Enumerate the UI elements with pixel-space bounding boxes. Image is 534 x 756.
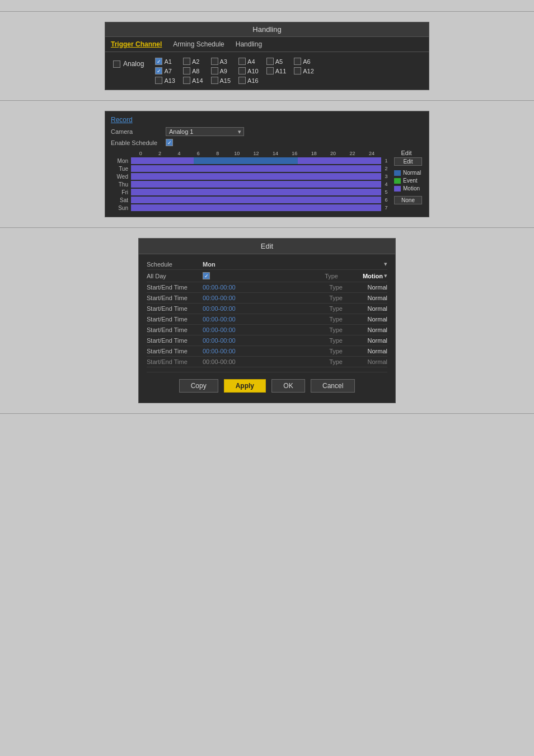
channel-a16-checkbox[interactable] xyxy=(238,77,246,84)
sun-bar[interactable] xyxy=(131,204,381,211)
time-label-7: Start/End Time xyxy=(147,348,203,354)
record-enable-checkbox[interactable] xyxy=(166,139,173,146)
allday-checkbox[interactable] xyxy=(203,272,210,279)
type-value-7: Normal xyxy=(343,348,387,354)
record-title: Record xyxy=(111,116,423,124)
thu-bar[interactable] xyxy=(131,181,381,188)
time-value-7[interactable]: 00:00-00:00 xyxy=(203,348,315,354)
channel-a11-checkbox[interactable] xyxy=(266,67,274,74)
time-row-1: Start/End Time 00:00-00:00 Type Normal xyxy=(147,282,387,293)
type-value[interactable]: Motion xyxy=(338,273,383,279)
time-value-5[interactable]: 00:00-00:00 xyxy=(203,326,315,333)
type-value-2: Normal xyxy=(343,295,387,301)
handling-tabs: Trigger Channel Arming Schedule Handling xyxy=(105,37,429,52)
time-row-5: Start/End Time 00:00-00:00 Type Normal xyxy=(147,325,387,335)
dropdown-arrow-icon: ▾ xyxy=(238,128,241,136)
time-value-3[interactable]: 00:00-00:00 xyxy=(203,305,315,312)
section-handling: Handling Trigger Channel Arming Schedule… xyxy=(0,12,534,100)
edit-title: Edit xyxy=(139,239,395,254)
handling-content: Analog A1 A2 A3 xyxy=(105,52,429,90)
legend-event: Event xyxy=(394,178,423,184)
channel-a6-checkbox[interactable] xyxy=(294,58,301,65)
day-row-tue: Tue 2 xyxy=(111,165,390,172)
channel-a7-checkbox[interactable] xyxy=(155,67,162,74)
tab-arming-schedule[interactable]: Arming Schedule xyxy=(173,40,224,48)
tue-bar[interactable] xyxy=(131,165,381,172)
time-label-3: Start/End Time xyxy=(147,305,203,312)
schedule-dropdown-icon: ▾ xyxy=(384,260,387,268)
channel-a7: A7 xyxy=(155,67,175,74)
tab-trigger-channel[interactable]: Trigger Channel xyxy=(111,40,162,48)
type-value-3: Normal xyxy=(343,305,387,312)
copy-button[interactable]: Copy xyxy=(179,379,218,393)
record-panel: Record Camera Analog 1 ▾ Enable Schedule… xyxy=(105,111,429,217)
action-bar: Copy Apply OK Cancel xyxy=(147,372,387,398)
section-record: Record Camera Analog 1 ▾ Enable Schedule… xyxy=(0,101,534,227)
time-row-3: Start/End Time 00:00-00:00 Type Normal xyxy=(147,304,387,314)
channel-a8: A8 xyxy=(183,67,203,74)
channel-a3: A3 xyxy=(211,58,231,65)
time-value-6[interactable]: 00:00-00:00 xyxy=(203,337,315,344)
channel-grid: A1 A2 A3 A4 xyxy=(155,58,313,84)
schedule-day-value[interactable]: Mon xyxy=(203,261,384,268)
type-label-4: Type xyxy=(315,316,343,323)
none-button[interactable]: None xyxy=(394,196,422,204)
channel-a12-checkbox[interactable] xyxy=(294,67,301,74)
time-row-6: Start/End Time 00:00-00:00 Type Normal xyxy=(147,335,387,346)
channel-a6: A6 xyxy=(294,58,314,65)
time-value-4[interactable]: 00:00-00:00 xyxy=(203,316,315,323)
mon-bar[interactable] xyxy=(131,157,381,164)
analog-checkbox[interactable] xyxy=(113,60,120,68)
channel-a10: A10 xyxy=(238,67,259,74)
edit-form: Schedule Mon ▾ All Day Type Motion ▾ Sta… xyxy=(139,254,395,403)
channel-a15-checkbox[interactable] xyxy=(211,77,218,84)
schedule-header: 0 2 4 6 8 10 12 14 16 18 20 22 24 xyxy=(111,150,423,156)
fri-bar[interactable] xyxy=(131,189,381,195)
handling-panel: Handling Trigger Channel Arming Schedule… xyxy=(105,22,429,90)
time-value-8[interactable]: 00:00-00:00 xyxy=(203,358,315,365)
channel-a11: A11 xyxy=(266,67,287,74)
type-label-3: Type xyxy=(315,305,343,312)
type-value-4: Normal xyxy=(343,316,387,323)
tab-handling[interactable]: Handling xyxy=(236,40,262,48)
cancel-button[interactable]: Cancel xyxy=(311,379,355,393)
channel-a15: A15 xyxy=(211,77,231,84)
channel-a4: A4 xyxy=(238,58,259,65)
day-row-thu: Thu 4 xyxy=(111,181,390,188)
type-label-6: Type xyxy=(315,337,343,344)
channel-a14-checkbox[interactable] xyxy=(183,77,190,84)
time-row-2: Start/End Time 00:00-00:00 Type Normal xyxy=(147,293,387,304)
sat-bar[interactable] xyxy=(131,197,381,203)
time-value-1[interactable]: 00:00-00:00 xyxy=(203,284,315,291)
type-label-7: Type xyxy=(315,348,343,354)
type-label-2: Type xyxy=(315,295,343,301)
edit-header: Edit xyxy=(390,150,423,156)
time-value-2[interactable]: 00:00-00:00 xyxy=(203,295,315,301)
analog-label: Analog xyxy=(113,60,144,68)
channel-a1: A1 xyxy=(155,58,175,65)
record-enable-row: Enable Schedule xyxy=(111,139,423,146)
apply-button[interactable]: Apply xyxy=(224,379,266,393)
ok-button[interactable]: OK xyxy=(271,379,305,393)
record-enable-label: Enable Schedule xyxy=(111,139,161,146)
wed-bar[interactable] xyxy=(131,173,381,180)
channel-a8-checkbox[interactable] xyxy=(183,67,190,74)
channel-a2: A2 xyxy=(183,58,203,65)
channel-a1-checkbox[interactable] xyxy=(155,58,162,65)
legend-event-dot xyxy=(394,178,401,184)
channel-a10-checkbox[interactable] xyxy=(238,67,246,74)
channel-a5-checkbox[interactable] xyxy=(266,58,274,65)
channel-a9-checkbox[interactable] xyxy=(211,67,218,74)
day-row-wed: Wed 3 xyxy=(111,173,390,180)
channel-a16: A16 xyxy=(238,77,259,84)
channel-a4-checkbox[interactable] xyxy=(238,58,246,65)
day-row-fri: Fri 5 xyxy=(111,189,390,195)
channel-a2-checkbox[interactable] xyxy=(183,58,190,65)
type-label-5: Type xyxy=(315,326,343,333)
type-label-1: Type xyxy=(315,284,343,291)
channel-a3-checkbox[interactable] xyxy=(211,58,218,65)
edit-schedule-button[interactable]: Edit xyxy=(394,157,422,166)
channel-a13-checkbox[interactable] xyxy=(155,77,162,84)
record-camera-dropdown[interactable]: Analog 1 ▾ xyxy=(166,127,244,136)
type-value-8: Normal xyxy=(343,358,387,365)
